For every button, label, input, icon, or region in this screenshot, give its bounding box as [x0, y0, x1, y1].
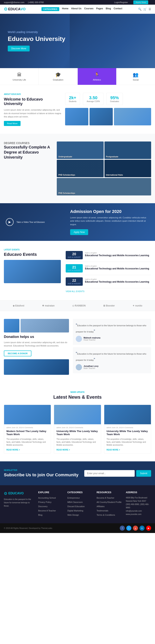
event-date-0: 20 Aug & August	[66, 251, 83, 259]
footer-heading-resources: RESOURCES	[97, 491, 122, 494]
read-more-0[interactable]: READ MORE >	[6, 449, 20, 451]
about-text: Lorem ipsum dolor sit amet, consectetur …	[4, 108, 61, 118]
footer-link-2-3[interactable]: Testimonials	[97, 510, 108, 512]
read-more-1[interactable]: READ MORE >	[56, 449, 70, 451]
degree-card-phd2[interactable]: PHD Scholarships	[57, 178, 151, 196]
news-grid: admin June 18, 2019 0 Comments Modern Sc…	[4, 405, 151, 454]
footer-link-0-3[interactable]: Become A Teacher	[38, 510, 56, 512]
quote-text-0: Education is the passport to the future …	[76, 322, 148, 334]
events-image	[4, 260, 61, 283]
apply-now-button[interactable]: Apply Now	[133, 0, 148, 4]
event-title-0: Educational Technology and Mobile Access…	[85, 254, 149, 257]
footer-link-1-0[interactable]: Entrepreneur	[67, 497, 80, 499]
partners-section: ◈ Edulivoi ❖ mairatan ◇ RAINBON ⊞ Booste…	[0, 300, 155, 311]
quote-role-0: Head Teacher	[84, 339, 100, 341]
news-img-2	[104, 405, 151, 424]
events-left: LATEST EVENTS Educavo Events	[4, 249, 61, 292]
feature-athletics[interactable]: 🏃 Athletics	[78, 68, 117, 85]
facebook-icon[interactable]: f	[120, 526, 125, 531]
footer-link-2-2[interactable]: Affiliates	[97, 505, 104, 508]
footer-link-0-0[interactable]: Accounting School	[38, 497, 56, 499]
footer-email: info@yoursite.com	[126, 510, 142, 512]
footer-link-1-2[interactable]: Discard Education	[67, 505, 85, 508]
university-life-icon: 🏛	[2, 72, 37, 78]
footer-link-item: Discard Education	[67, 505, 93, 508]
about-title: Welcome to Educavo University	[4, 97, 61, 106]
phone-link[interactable]: (+888) 000-9760	[28, 1, 44, 4]
news-meta-1: admin June 18, 2019 0 Comments	[56, 426, 98, 428]
hero-title: Educavo University	[8, 35, 65, 42]
quote-avatar-1	[76, 364, 82, 370]
footer-link-1-3[interactable]: Digital Marketing	[67, 510, 83, 512]
event-date-1: 21 Aug & August	[66, 264, 83, 272]
nav-about[interactable]: About Us	[71, 7, 81, 11]
play-button[interactable]: ▶	[6, 218, 13, 226]
menu-icon[interactable]: ☰	[149, 8, 151, 11]
view-all-events-link[interactable]: VIEW ALL EVENTS	[66, 290, 151, 292]
news-section: NEWS UPDATE Latest News & Events admin J…	[0, 383, 155, 462]
feature-graduation[interactable]: 🎓 Graduation	[39, 68, 77, 85]
nav-home[interactable]: Home	[62, 7, 68, 11]
event-date-num-1: 21	[68, 265, 81, 270]
footer-link-0-4[interactable]: Blog	[38, 514, 42, 516]
footer-link-0-2[interactable]: Discovery	[38, 505, 47, 508]
footer-link-item: Discovery	[38, 505, 64, 508]
newsletter-submit-button[interactable]: Submit	[136, 470, 151, 477]
read-more-2[interactable]: READ MORE >	[107, 449, 120, 451]
donate-button[interactable]: BECOME A DONOR	[4, 350, 31, 356]
email-link[interactable]: support@rtheme.com	[4, 1, 24, 4]
about-readmore-button[interactable]: Read More	[4, 121, 20, 126]
search-icon[interactable]: 🔍	[138, 8, 142, 11]
top-bar-actions: Login/Register Apply Now	[112, 1, 151, 4]
stat-graduates: 95% Graduates	[106, 93, 123, 105]
partner-icon-3: ⊞	[103, 304, 105, 307]
newsletter-text: NEWSLETTER Subscribe Us to join Our Comm…	[4, 469, 78, 478]
footer-link-1-1[interactable]: MBA Classroom	[67, 501, 83, 503]
stat-graduates-num: 95%	[110, 95, 119, 100]
twitter-icon[interactable]: t	[126, 526, 131, 531]
linkedin-icon[interactable]: in	[140, 526, 145, 531]
feature-university-life[interactable]: 🏛 University Life	[0, 68, 39, 85]
news-text-2: The acquisition of knowledge, skills, va…	[107, 438, 149, 446]
degree-card-postgraduate[interactable]: Postgraduate	[104, 142, 151, 159]
discover-button[interactable]: Discover More	[8, 46, 30, 52]
nav-blog[interactable]: Blog	[106, 7, 111, 11]
footer-link-1-4[interactable]: Web Design	[67, 514, 79, 516]
hero-section: World Leading University Educavo Univers…	[0, 14, 155, 68]
footer-link-item: Entrepreneur	[67, 496, 93, 499]
nav-courses[interactable]: Courses	[84, 7, 93, 11]
admission-text: Lorem ipsum dolor sit amet, consectetur …	[70, 216, 149, 226]
event-info-0: Math & English Educational Technology an…	[85, 251, 149, 257]
quote-author-0: Mahesh mairuna Head Teacher	[76, 336, 148, 342]
newsletter-input[interactable]	[84, 470, 135, 477]
footer-link-0-1[interactable]: Privacy Policy	[38, 501, 51, 503]
degree-card-undergraduate[interactable]: Undergraduate	[57, 142, 104, 159]
googleplus-icon[interactable]: g	[133, 526, 138, 531]
newsletter-form: Submit	[84, 470, 151, 477]
event-info-2: Math & English Educational Technology an…	[85, 277, 149, 284]
cart-icon[interactable]: 🛒	[143, 8, 147, 11]
apply-button[interactable]: Apply Now	[70, 229, 88, 235]
news-card-2: admin June 18, 2019 0 Comments Universit…	[104, 405, 151, 454]
youtube-icon[interactable]: ▶	[146, 526, 151, 531]
news-meta-2: admin June 18, 2019 0 Comments	[107, 426, 149, 428]
nav-pages[interactable]: Pages	[96, 7, 103, 11]
footer-link-2-1[interactable]: All Country/Student Profile	[97, 501, 122, 503]
logo-text-accent: VO	[20, 7, 25, 11]
quote-avatar-0	[76, 336, 82, 342]
logo[interactable]: ⊙ EDUCAVO	[4, 6, 25, 12]
footer-link-item: Digital Marketing	[67, 509, 93, 512]
quote-name-1: Jonathan Levy	[84, 365, 98, 367]
admission-left: ▶ Take a Video Tour at Educavo	[0, 212, 64, 232]
footer-link-2-0[interactable]: Become A Teacher	[97, 497, 114, 499]
admission-section: ▶ Take a Video Tour at Educavo Admission…	[0, 203, 155, 241]
nav-categories[interactable]: CATEGORIES	[41, 7, 59, 11]
event-item-2: 22 Aug & August Math & English Education…	[66, 275, 151, 288]
feature-social[interactable]: 👥 Social	[117, 68, 155, 85]
degree-card-phd[interactable]: PHD Scholarships	[57, 160, 104, 177]
degree-card-international[interactable]: International Hubs	[104, 160, 151, 177]
donation-title: Donation helps us	[4, 335, 69, 339]
nav-contact[interactable]: Contact	[114, 7, 123, 11]
login-link[interactable]: Login/Register	[114, 1, 128, 4]
footer-link-2-4[interactable]: Terms & Conditions	[97, 514, 115, 516]
